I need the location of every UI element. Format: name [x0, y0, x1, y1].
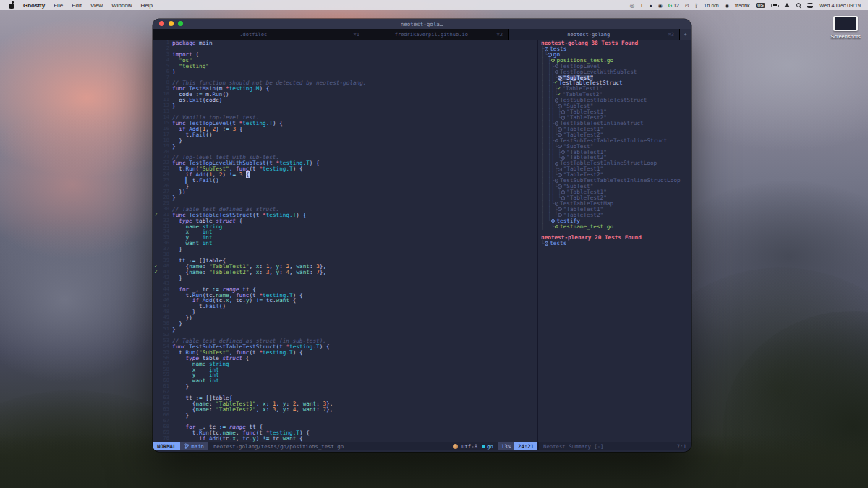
git-branch-icon: [184, 443, 189, 449]
file-encoding: utf-8: [461, 443, 477, 450]
test-notrun-icon: ?: [551, 219, 556, 223]
code-line: 70 if Add(tc.x, tc.y) != tc.want {: [153, 436, 537, 442]
pointer-icon[interactable]: ◎: [630, 3, 634, 8]
test-notrun-icon: ?: [561, 196, 566, 200]
tab-shortcut: ⌘1: [354, 32, 359, 38]
tab-fredrikaverpil.github.io[interactable]: fredrikaverpil.github.io⌘2: [365, 29, 509, 40]
desktop-icon-screenshots[interactable]: Screenshots: [829, 16, 862, 40]
menubar-status: ◎T●◉G 12⊙ᛒ1h 6m◉fredrikUSWed 4 Dec 09:19: [630, 2, 868, 9]
test-notrun-icon: ?: [555, 225, 559, 229]
test-notrun-icon: ?: [555, 70, 559, 74]
clock-label[interactable]: Wed 4 Dec 09:19: [819, 2, 861, 9]
test-notrun-icon: ?: [558, 173, 562, 177]
camera-icon[interactable]: ⊙: [685, 3, 689, 8]
test-notrun-icon: ?: [561, 110, 566, 114]
keyboard-badge[interactable]: US: [756, 3, 765, 8]
code-line: 18 }: [153, 138, 537, 144]
filetype-segment: go: [482, 443, 493, 450]
menu-item-help[interactable]: Help: [141, 2, 153, 9]
scroll-percent: 13%: [498, 442, 514, 450]
cursor-position: 24:21: [514, 442, 537, 450]
desktop-icon-label: Screenshots: [829, 33, 862, 40]
neotest-summary-panel[interactable]: neotest-golang 38 Tests Found├?tests│└?g…: [538, 40, 691, 442]
code-line: 60 want int: [153, 378, 537, 384]
menu-item-file[interactable]: File: [54, 2, 63, 9]
code-line: 48 }: [153, 309, 537, 315]
code-line: 4 "os": [153, 58, 537, 64]
search-icon[interactable]: [796, 2, 801, 8]
statusline: NORMAL main neotest-golang/tests/go/posi…: [153, 442, 691, 450]
tabbar: .dotfiles⌘1fredrikaverpil.github.io⌘2neo…: [153, 29, 691, 40]
test-tree-item[interactable]: │ ││└?"SubTest": [541, 144, 691, 150]
test-notrun-icon: ?: [558, 145, 562, 149]
filetype-label: go: [487, 443, 493, 450]
code-line: 36 want int: [153, 241, 537, 247]
code-line: 6): [153, 69, 537, 75]
cursor-block: {: [246, 171, 250, 178]
menu-item-window[interactable]: Window: [111, 2, 132, 9]
code-line: 51}: [153, 327, 537, 333]
letter-t-item[interactable]: T: [640, 2, 644, 9]
code-line: 25 ▎ t.Fail(): [153, 178, 537, 184]
test-notrun-icon: ?: [558, 76, 562, 80]
code-line: 11 os.Exit(code): [153, 98, 537, 103]
test-notrun-icon: ?: [555, 139, 559, 143]
new-tab-button[interactable]: +: [680, 29, 691, 40]
test-notrun-icon: ?: [558, 133, 562, 137]
test-tree-item[interactable]: │ ││ ├?"TableTest1": [541, 109, 691, 115]
mode-indicator: NORMAL: [153, 442, 180, 450]
user-label[interactable]: fredrik: [735, 2, 750, 9]
line-number: 70: [159, 436, 169, 442]
test-notrun-icon: ?: [558, 184, 562, 189]
code-line: 1package main: [153, 40, 537, 46]
menu-item-ghostty[interactable]: Ghostty: [23, 2, 45, 9]
test-notrun-icon: ?: [545, 47, 549, 51]
tab-shortcut: ⌘2: [497, 32, 503, 38]
code-line: 42 }: [153, 275, 537, 281]
titlebar[interactable]: neotest-gola…: [153, 19, 691, 29]
wifi-icon[interactable]: [784, 3, 790, 7]
menu-item-view[interactable]: View: [90, 2, 103, 9]
minimize-button[interactable]: [169, 21, 174, 26]
test-tree-item[interactable]: │ ││└?"SubTest": [541, 103, 691, 109]
window-title: neotest-gola…: [153, 21, 691, 27]
test-tree-item[interactable]: │ ││ ├?"TableTest1": [541, 189, 691, 195]
code-editor[interactable]: 1package main 2 3import ( 4 "os" 5 "test…: [153, 40, 537, 442]
test-notrun-icon: ?: [558, 127, 562, 132]
code-line: 5 "testing": [153, 64, 537, 69]
test-tree-item[interactable]: │ ││ ├?"TableTest1": [541, 150, 691, 155]
code-line: 50 }: [153, 321, 537, 327]
circle-icon[interactable]: ◉: [658, 3, 663, 8]
bluetooth-icon[interactable]: ᛒ: [695, 3, 698, 8]
test-tree-item[interactable]: │ └?testname_test.go: [541, 224, 691, 230]
control-center-icon[interactable]: [807, 3, 813, 8]
test-tree-item[interactable]: │ ││└?"SubTest": [541, 184, 691, 189]
code-line: ✓41 {name: "TableTest2", x: 3, y: 4, wan…: [153, 270, 537, 275]
test-notrun-icon: ?: [555, 64, 559, 69]
code-line: 27 }): [153, 189, 537, 195]
ghostty-window[interactable]: neotest-gola… .dotfiles⌘1fredrikaverpil.…: [153, 19, 691, 452]
sign-column: [153, 436, 159, 442]
menu-item-edit[interactable]: Edit: [72, 2, 82, 9]
close-button[interactable]: [159, 21, 164, 26]
panel-statusline-title: Neotest Summary [-]: [543, 443, 677, 450]
code-line: 19}: [153, 144, 537, 150]
test-tree-item[interactable]: ├?tests: [541, 46, 691, 52]
timer-label[interactable]: 1h 6m: [704, 2, 719, 9]
zoom-button[interactable]: [178, 21, 183, 26]
g-meter[interactable]: G 12: [668, 3, 679, 8]
record-icon[interactable]: ◉: [725, 3, 729, 8]
tab-.dotfiles[interactable]: .dotfiles⌘1: [153, 29, 365, 40]
test-notrun-icon: ?: [561, 156, 566, 160]
code-line: 47 t.Fail(): [153, 304, 537, 309]
test-notrun-icon: ?: [558, 168, 562, 172]
battery-icon[interactable]: [771, 4, 778, 7]
go-icon: [482, 445, 485, 448]
cat-icon[interactable]: ●: [649, 3, 652, 8]
tab-neotest-golang[interactable]: neotest-golang⌘3: [509, 29, 680, 40]
test-tree-item[interactable]: └?tests: [541, 241, 691, 247]
test-notrun-icon: ?: [558, 213, 562, 218]
code-line: 65 {name: "TableTest2", x: 3, y: 4, want…: [153, 407, 537, 413]
apple-menu[interactable]: [9, 1, 14, 9]
tree-item-label: testname_test.go: [560, 224, 613, 230]
